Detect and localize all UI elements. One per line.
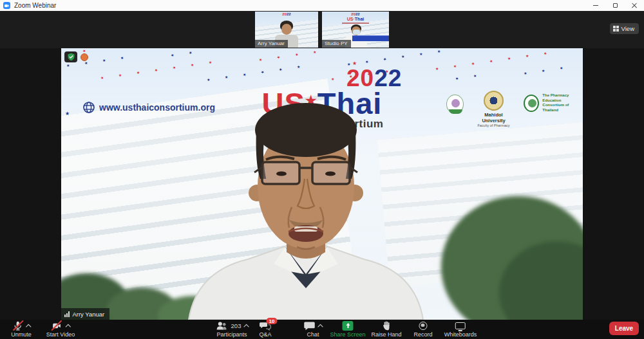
whiteboard-icon xyxy=(455,322,466,329)
zoom-app-icon xyxy=(3,2,10,9)
chat-label: Chat xyxy=(307,331,319,338)
mahidol-logo-block: Mahidol University Faculty of Pharmacy xyxy=(473,91,515,127)
qa-button[interactable]: 10 Q&A xyxy=(259,320,271,338)
thumbnail-title-text: US·Thai xyxy=(322,17,389,21)
thumbnail-name-label: Arry Yanuar xyxy=(255,40,288,48)
title-bar: Zoom Webinar xyxy=(0,0,644,11)
qa-unread-badge: 10 xyxy=(267,318,278,324)
video-thumbnail-arry-yanuar[interactable]: 2022 Arry Yanuar xyxy=(255,12,318,48)
mahidol-university-logo xyxy=(484,91,504,111)
thumbnail-year-text: 2022 xyxy=(255,12,318,16)
participants-icon xyxy=(216,321,228,331)
maximize-icon xyxy=(613,3,618,8)
thumbnail-subtitle-bar xyxy=(342,23,369,24)
raise-hand-button[interactable]: Raise Hand xyxy=(371,320,401,338)
start-video-button[interactable]: Start Video xyxy=(46,320,75,338)
participants-label: Participants xyxy=(216,331,247,338)
mahidol-caption-line2: Faculty of Pharmacy xyxy=(473,124,515,127)
whiteboards-label: Whiteboards xyxy=(444,331,477,338)
maximize-button[interactable] xyxy=(605,0,625,11)
pect-logo xyxy=(524,95,539,112)
meeting-toolbar: Unmute Start Video 203 xyxy=(0,320,644,339)
raise-hand-label: Raise Hand xyxy=(371,331,401,338)
close-button[interactable] xyxy=(625,0,644,11)
share-screen-button[interactable]: Share Screen xyxy=(330,320,365,338)
shield-icon xyxy=(67,53,75,61)
chat-bubble-icon xyxy=(304,321,316,331)
participants-button[interactable]: 203 Participants xyxy=(216,320,249,338)
main-speaker-video[interactable]: ★★★★★★★★★★★★★★★★★★★★★★★★★★★★★★★★★★★★★★★★… xyxy=(61,48,583,320)
view-button[interactable]: View xyxy=(610,23,639,34)
minimize-icon xyxy=(593,5,598,6)
record-label: Record xyxy=(413,331,432,338)
share-screen-label: Share Screen xyxy=(330,331,365,338)
chat-button[interactable]: Chat xyxy=(304,320,323,338)
chat-options-chevron[interactable] xyxy=(317,324,323,329)
view-button-label: View xyxy=(621,25,634,32)
encryption-shield-badge[interactable] xyxy=(64,51,77,62)
thumbnail-year-text: 2022 xyxy=(322,12,389,16)
whiteboards-button[interactable]: Whiteboards xyxy=(444,320,477,338)
pharmacy-association-logo xyxy=(446,95,464,114)
leave-button[interactable]: Leave xyxy=(609,322,639,335)
pect-logo-block: The Pharmacy Education Consortium of Tha… xyxy=(524,93,583,113)
thumbnail-name-label: Studio PY xyxy=(322,40,351,48)
record-button[interactable]: Record xyxy=(413,320,432,338)
video-thumbnail-studio-py[interactable]: 2022 US·Thai Studio PY xyxy=(322,12,389,48)
qa-label: Q&A xyxy=(259,331,271,338)
speaker-video-person xyxy=(171,103,428,320)
pect-caption: The Pharmacy Education Consortium of Tha… xyxy=(542,93,583,113)
video-options-chevron[interactable] xyxy=(66,324,71,329)
record-icon xyxy=(419,322,427,330)
mahidol-caption-line1: Mahidol University xyxy=(473,112,515,124)
audio-options-chevron[interactable] xyxy=(26,324,31,329)
raise-hand-icon xyxy=(382,320,392,331)
speaker-nameplate: Arry Yanuar xyxy=(61,308,109,320)
logo-row: Mahidol University Faculty of Pharmacy T… xyxy=(446,91,583,127)
start-video-label: Start Video xyxy=(46,331,75,338)
meeting-status-badges xyxy=(64,51,88,62)
window-title: Zoom Webinar xyxy=(14,2,56,9)
unmute-button[interactable]: Unmute xyxy=(11,320,32,338)
participants-chevron[interactable] xyxy=(243,324,249,329)
close-icon xyxy=(632,3,638,8)
audio-level-icon xyxy=(64,311,70,317)
thumbnail-lower-third-banner xyxy=(352,35,389,41)
participants-count: 203 xyxy=(231,322,242,329)
unmute-label: Unmute xyxy=(11,331,32,338)
speaker-name: Arry Yanuar xyxy=(72,311,104,318)
minimize-button[interactable] xyxy=(586,0,605,11)
view-grid-icon xyxy=(613,26,619,32)
globe-icon xyxy=(82,101,95,114)
live-indicator-icon xyxy=(80,53,88,61)
window-controls xyxy=(586,0,644,11)
video-filmstrip: 2022 Arry Yanuar 2022 US·Thai Studio PY xyxy=(0,11,644,48)
share-screen-icon xyxy=(342,321,353,331)
zoom-webinar-window: Zoom Webinar 2022 Arry Yanuar 2022 US·Th… xyxy=(0,0,644,339)
